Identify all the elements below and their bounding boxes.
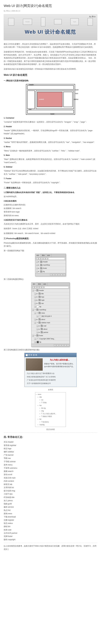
ps-layer: ▶partner (32, 331, 70, 334)
naming-item: 热点:hot (4, 509, 97, 512)
ps-layer: T图层 88 副本 8 (32, 315, 70, 318)
tree-node: ▸btn-bg (36, 407, 65, 410)
tree-node: ▸T 为人与老人成过书... (36, 412, 65, 415)
note3-desc1: 凡涉及交互行为的元素通常会有正常、悬停、点击和已浏览等不同样式，命名可参考以下规… (4, 222, 97, 226)
ps-layer: bg (32, 340, 70, 344)
naming-item: 子导航:subnav (4, 460, 97, 463)
naming-item: 页脚:footer (4, 535, 97, 538)
naming-item: 指南:guild (4, 502, 97, 506)
intro-para-1: 最近工作实在是繁忙，所以好久没有更新自己的博客了，说起来也对不起各位朋友、今天好… (4, 42, 97, 49)
naming-item: 提示信息:msg (4, 489, 97, 492)
heading-structure: 一.网站设计及基本框架结构: (4, 79, 97, 82)
ps-layer: ▶mall (32, 324, 70, 328)
heading-photoshop: 三.Photoshop图层结构规范: (4, 237, 97, 240)
layer-structure-label: 图层结构图 (4, 428, 97, 431)
note3-desc3: 如:搜索按钮: btn-search、btn-search-hover、btn-… (4, 232, 97, 235)
note2-format: [元素类型]-[元素作用/内容] (4, 204, 97, 206)
ps-layer: ▶login (32, 299, 70, 302)
news-icon (26, 354, 28, 356)
sec-footer-title: 7. Footer (4, 177, 97, 180)
ps-layer: ▼news (32, 312, 70, 315)
naming-item: 合作伙伴:partner (4, 532, 97, 535)
note1-title: 1.尽量考虑为元素命名其本身的作用或" 用意"，达到语义化。 不要使用表面形式的… (4, 191, 97, 194)
hero-banner: By 秀Go header main Web UI 设计命名规范 (4, 14, 97, 40)
naming-list: 页头:header登录条:loginbar标志:logo侧栏:sidebar广告… (4, 440, 97, 541)
ps-ex2-label: 第二层级结构(图层网站): (4, 278, 97, 281)
tree-node: ▸T 字体a (36, 401, 65, 404)
tree-node: ▸ico (36, 398, 65, 401)
naming-item: 状态:status (4, 522, 97, 525)
naming-item: 下载:download (4, 515, 97, 518)
sec-sidebar-title: 6. Sidebar (4, 166, 97, 168)
ps-layer: ▶footer (35, 267, 66, 270)
naming-item: 广告:banner (4, 454, 97, 457)
sec-main-desc: "Main" 是网站的主要区域，如果是博客的话它将包含的日志。这部分还可以命名为… (4, 158, 97, 164)
preview-card: 侨 科 新 闻 为人与老人或功夫盛...新建生产基地、实行用户质量好品原址。如今… (24, 353, 76, 387)
sec-container-desc: "container" 就是将页面中所有元素包在一起的部分，这部分还可以命名为:… (4, 120, 97, 124)
ps-layer: ▶title (32, 292, 70, 296)
page-title: Web UI 设计(网页设计)命名规范 (4, 3, 97, 8)
naming-item: 投票:vote (4, 528, 97, 532)
tree-node: ▸title (36, 396, 65, 398)
naming-item: 文章列表:list (4, 486, 97, 489)
ps-layer: ▶logo (32, 296, 70, 299)
sec-menu-title: 4. Menu (4, 145, 97, 148)
ps-layer: ▶about (32, 318, 70, 321)
naming-item: 注册:register (4, 518, 97, 522)
ps-layer: ▼footer (32, 334, 70, 337)
ps-intro: Photoshop图层命名遵循树形结构，凡某元素组成的图层大于3层，即可形成组，… (4, 242, 97, 248)
list-item: 关于十多项政府评定的检验证书 (26, 382, 75, 385)
ps-layer: TCopyright 2008 Teleg... (32, 337, 70, 340)
preview-image (26, 358, 43, 371)
list-item: 广东省社会科学院来侨科进行专项研究 (26, 378, 75, 382)
ps-ex1-label: 第一层级图层结构如下图: (4, 249, 97, 252)
tree-node: ▸news (36, 393, 65, 396)
tree-node: ▸T list-items (36, 421, 65, 424)
naming-item: 新闻:news (4, 512, 97, 515)
naming-item: 页头:header (4, 440, 97, 444)
intro-para-3: 这套WebUI设计命名规范总结归我的一些Web设计经验和国外设计师们的命名方式而… (4, 68, 97, 70)
sec-navbar-title: 3. Navbar (4, 137, 97, 140)
sec-container-title: 1. Container (4, 116, 97, 120)
naming-item: 滚动:scroll (4, 473, 97, 476)
naming-item: 按钮:btn (4, 525, 97, 528)
sec-sidebar-desc: "Sidebar" 部分可以包含网站的次要内容，比如最近更新内容列表、关于网站的… (4, 169, 97, 176)
list-item: 为人与老人或功 拉丁侨科重量奖大会 (26, 372, 75, 375)
banner-title: Web UI 设计命名规范 (4, 28, 97, 36)
note3-title: 3.涉及到交互行为的元素命名: (4, 218, 97, 222)
ps-layer: bg (32, 305, 70, 308)
example-line: 如:搜索框: btn-search (4, 207, 97, 210)
heading-naming-spec: Web UI 设计命名规范 (4, 73, 97, 77)
ps-layer: ▼mainWrap (32, 308, 70, 312)
note1-desc: 如:red/left/big等。 (4, 195, 97, 198)
ps-ex3-label: 第三层结构(图层主体部分)(图层制作指示图): (4, 348, 97, 351)
sec-main-title: 5. Main (4, 154, 97, 157)
preview-title: 为人与老人或功夫盛... (44, 358, 75, 362)
ps-layer: ▶mainWrap (35, 264, 66, 267)
tree-node: ▸T 新建文字图层 (36, 415, 65, 418)
tree-node: ▸mainbg (36, 424, 65, 426)
naming-item: 标志:logo (4, 447, 97, 450)
dom-tree: ▸news▸title▸ico▸T 字体a▸top▸btn-bg▸img▸T 为… (35, 392, 66, 427)
tree-node: ▸top (36, 404, 65, 407)
naming-item: 页面主体:main (4, 476, 97, 480)
naming-item: 导航:nav (4, 457, 97, 460)
intro-para-2: 这套规范并非单纯的CSS、html或JavaScript命名规范，它涉及了很多使… (4, 50, 97, 66)
closing-para: 以上命名规范仅供参考，如果大家对于Web UI设计规范有自己的见解、还望大家在这… (4, 544, 97, 551)
naming-item: 标签页:tab (4, 483, 97, 486)
sec-menu-desc: "Menu" 区域包含一般的链接和菜单，这部分还可以命名为: "subNav "… (4, 149, 97, 152)
naming-item: 内容:content (4, 480, 97, 483)
tree-node: ▸list (36, 418, 65, 421)
naming-item: 登录条:loginbar (4, 444, 97, 447)
heading-common-names: 四. 常用命名汇总: (4, 435, 97, 439)
naming-item: 小技巧:tips (4, 492, 97, 496)
sec-navbar-desc: "navbar "等同于横向的导航栏，是最典型的网页元素。这部分还可以命名为: … (4, 141, 97, 144)
sec-header-title: 2. Header (4, 125, 97, 128)
tree-node: ▸img (36, 410, 65, 412)
naming-item: 服务:service (4, 506, 97, 509)
layout-diagram: container header nav mailer main content… (26, 84, 75, 115)
naming-item: 菜单:menu (4, 463, 97, 466)
ps-layer: ▶bg (35, 270, 66, 273)
heading-notes: 二.需要注意的几点: (4, 186, 97, 190)
result-label: 效果图 (4, 388, 97, 391)
